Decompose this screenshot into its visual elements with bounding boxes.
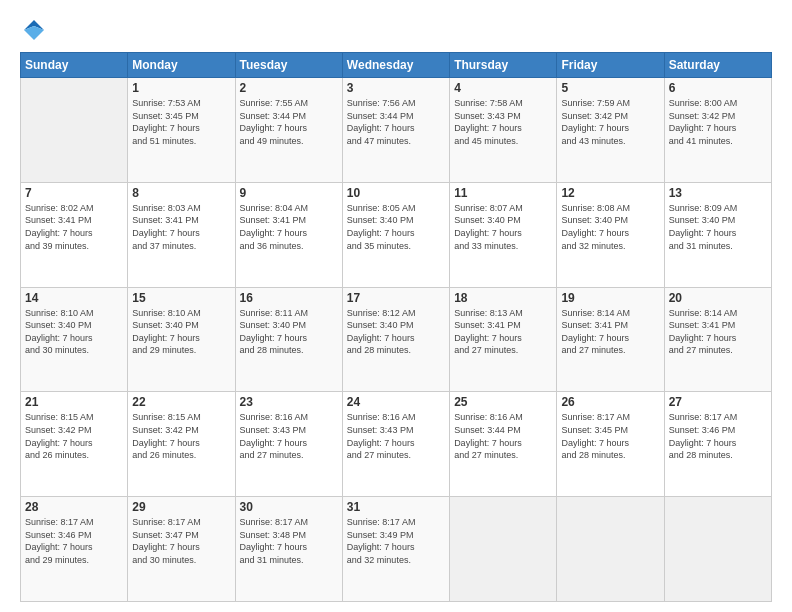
day-number: 18	[454, 291, 552, 305]
calendar-cell: 19Sunrise: 8:14 AMSunset: 3:41 PMDayligh…	[557, 287, 664, 392]
calendar-cell: 5Sunrise: 7:59 AMSunset: 3:42 PMDaylight…	[557, 78, 664, 183]
day-number: 21	[25, 395, 123, 409]
day-info: Sunrise: 8:12 AMSunset: 3:40 PMDaylight:…	[347, 307, 445, 357]
day-number: 3	[347, 81, 445, 95]
day-info: Sunrise: 8:15 AMSunset: 3:42 PMDaylight:…	[132, 411, 230, 461]
day-info: Sunrise: 8:02 AMSunset: 3:41 PMDaylight:…	[25, 202, 123, 252]
calendar-cell: 21Sunrise: 8:15 AMSunset: 3:42 PMDayligh…	[21, 392, 128, 497]
day-info: Sunrise: 7:56 AMSunset: 3:44 PMDaylight:…	[347, 97, 445, 147]
day-info: Sunrise: 8:10 AMSunset: 3:40 PMDaylight:…	[132, 307, 230, 357]
day-info: Sunrise: 8:17 AMSunset: 3:46 PMDaylight:…	[669, 411, 767, 461]
day-info: Sunrise: 8:03 AMSunset: 3:41 PMDaylight:…	[132, 202, 230, 252]
day-number: 22	[132, 395, 230, 409]
weekday-header: Monday	[128, 53, 235, 78]
day-number: 24	[347, 395, 445, 409]
calendar-cell: 25Sunrise: 8:16 AMSunset: 3:44 PMDayligh…	[450, 392, 557, 497]
day-info: Sunrise: 8:13 AMSunset: 3:41 PMDaylight:…	[454, 307, 552, 357]
calendar-cell: 7Sunrise: 8:02 AMSunset: 3:41 PMDaylight…	[21, 182, 128, 287]
day-info: Sunrise: 7:58 AMSunset: 3:43 PMDaylight:…	[454, 97, 552, 147]
day-info: Sunrise: 8:08 AMSunset: 3:40 PMDaylight:…	[561, 202, 659, 252]
calendar-cell: 26Sunrise: 8:17 AMSunset: 3:45 PMDayligh…	[557, 392, 664, 497]
day-number: 23	[240, 395, 338, 409]
day-info: Sunrise: 8:14 AMSunset: 3:41 PMDaylight:…	[561, 307, 659, 357]
calendar-cell: 9Sunrise: 8:04 AMSunset: 3:41 PMDaylight…	[235, 182, 342, 287]
day-number: 31	[347, 500, 445, 514]
calendar-cell	[450, 497, 557, 602]
calendar-cell: 4Sunrise: 7:58 AMSunset: 3:43 PMDaylight…	[450, 78, 557, 183]
day-info: Sunrise: 8:09 AMSunset: 3:40 PMDaylight:…	[669, 202, 767, 252]
logo-icon	[20, 16, 48, 44]
calendar-week-row: 14Sunrise: 8:10 AMSunset: 3:40 PMDayligh…	[21, 287, 772, 392]
calendar-cell: 10Sunrise: 8:05 AMSunset: 3:40 PMDayligh…	[342, 182, 449, 287]
day-number: 4	[454, 81, 552, 95]
calendar-cell: 31Sunrise: 8:17 AMSunset: 3:49 PMDayligh…	[342, 497, 449, 602]
day-number: 12	[561, 186, 659, 200]
calendar-cell: 3Sunrise: 7:56 AMSunset: 3:44 PMDaylight…	[342, 78, 449, 183]
calendar-cell: 12Sunrise: 8:08 AMSunset: 3:40 PMDayligh…	[557, 182, 664, 287]
day-number: 25	[454, 395, 552, 409]
calendar-cell: 13Sunrise: 8:09 AMSunset: 3:40 PMDayligh…	[664, 182, 771, 287]
calendar-cell: 20Sunrise: 8:14 AMSunset: 3:41 PMDayligh…	[664, 287, 771, 392]
day-number: 16	[240, 291, 338, 305]
day-number: 20	[669, 291, 767, 305]
day-number: 19	[561, 291, 659, 305]
day-number: 9	[240, 186, 338, 200]
calendar-cell: 28Sunrise: 8:17 AMSunset: 3:46 PMDayligh…	[21, 497, 128, 602]
weekday-header: Sunday	[21, 53, 128, 78]
day-number: 14	[25, 291, 123, 305]
calendar-week-row: 1Sunrise: 7:53 AMSunset: 3:45 PMDaylight…	[21, 78, 772, 183]
day-info: Sunrise: 8:16 AMSunset: 3:44 PMDaylight:…	[454, 411, 552, 461]
day-info: Sunrise: 8:17 AMSunset: 3:48 PMDaylight:…	[240, 516, 338, 566]
day-number: 30	[240, 500, 338, 514]
page: SundayMondayTuesdayWednesdayThursdayFrid…	[0, 0, 792, 612]
day-info: Sunrise: 7:55 AMSunset: 3:44 PMDaylight:…	[240, 97, 338, 147]
weekday-header: Saturday	[664, 53, 771, 78]
day-number: 17	[347, 291, 445, 305]
day-info: Sunrise: 8:16 AMSunset: 3:43 PMDaylight:…	[347, 411, 445, 461]
day-info: Sunrise: 8:14 AMSunset: 3:41 PMDaylight:…	[669, 307, 767, 357]
day-number: 5	[561, 81, 659, 95]
day-info: Sunrise: 8:17 AMSunset: 3:46 PMDaylight:…	[25, 516, 123, 566]
calendar-cell: 15Sunrise: 8:10 AMSunset: 3:40 PMDayligh…	[128, 287, 235, 392]
weekday-header: Tuesday	[235, 53, 342, 78]
day-info: Sunrise: 8:07 AMSunset: 3:40 PMDaylight:…	[454, 202, 552, 252]
day-number: 27	[669, 395, 767, 409]
day-number: 7	[25, 186, 123, 200]
calendar-cell: 16Sunrise: 8:11 AMSunset: 3:40 PMDayligh…	[235, 287, 342, 392]
weekday-header: Thursday	[450, 53, 557, 78]
day-number: 15	[132, 291, 230, 305]
calendar-cell: 14Sunrise: 8:10 AMSunset: 3:40 PMDayligh…	[21, 287, 128, 392]
calendar-cell: 11Sunrise: 8:07 AMSunset: 3:40 PMDayligh…	[450, 182, 557, 287]
day-info: Sunrise: 7:59 AMSunset: 3:42 PMDaylight:…	[561, 97, 659, 147]
calendar-cell: 24Sunrise: 8:16 AMSunset: 3:43 PMDayligh…	[342, 392, 449, 497]
calendar-week-row: 7Sunrise: 8:02 AMSunset: 3:41 PMDaylight…	[21, 182, 772, 287]
calendar-cell: 27Sunrise: 8:17 AMSunset: 3:46 PMDayligh…	[664, 392, 771, 497]
calendar-cell	[21, 78, 128, 183]
day-info: Sunrise: 8:04 AMSunset: 3:41 PMDaylight:…	[240, 202, 338, 252]
calendar-cell: 30Sunrise: 8:17 AMSunset: 3:48 PMDayligh…	[235, 497, 342, 602]
day-number: 8	[132, 186, 230, 200]
calendar-cell: 29Sunrise: 8:17 AMSunset: 3:47 PMDayligh…	[128, 497, 235, 602]
header	[20, 16, 772, 44]
weekday-header: Friday	[557, 53, 664, 78]
day-number: 11	[454, 186, 552, 200]
calendar-table: SundayMondayTuesdayWednesdayThursdayFrid…	[20, 52, 772, 602]
day-info: Sunrise: 8:00 AMSunset: 3:42 PMDaylight:…	[669, 97, 767, 147]
weekday-header-row: SundayMondayTuesdayWednesdayThursdayFrid…	[21, 53, 772, 78]
day-info: Sunrise: 8:17 AMSunset: 3:47 PMDaylight:…	[132, 516, 230, 566]
day-info: Sunrise: 8:16 AMSunset: 3:43 PMDaylight:…	[240, 411, 338, 461]
day-info: Sunrise: 8:10 AMSunset: 3:40 PMDaylight:…	[25, 307, 123, 357]
day-info: Sunrise: 8:11 AMSunset: 3:40 PMDaylight:…	[240, 307, 338, 357]
day-info: Sunrise: 7:53 AMSunset: 3:45 PMDaylight:…	[132, 97, 230, 147]
calendar-cell: 6Sunrise: 8:00 AMSunset: 3:42 PMDaylight…	[664, 78, 771, 183]
weekday-header: Wednesday	[342, 53, 449, 78]
day-number: 29	[132, 500, 230, 514]
calendar-cell	[664, 497, 771, 602]
calendar-week-row: 21Sunrise: 8:15 AMSunset: 3:42 PMDayligh…	[21, 392, 772, 497]
day-number: 1	[132, 81, 230, 95]
day-number: 28	[25, 500, 123, 514]
day-number: 10	[347, 186, 445, 200]
calendar-cell	[557, 497, 664, 602]
calendar-cell: 18Sunrise: 8:13 AMSunset: 3:41 PMDayligh…	[450, 287, 557, 392]
day-info: Sunrise: 8:05 AMSunset: 3:40 PMDaylight:…	[347, 202, 445, 252]
